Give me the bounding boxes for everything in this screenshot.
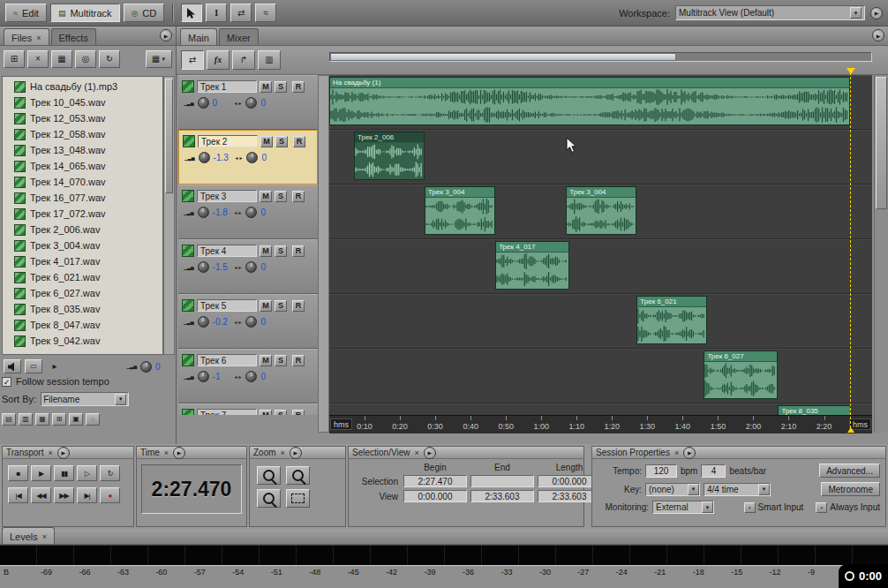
solo-button[interactable]: S (275, 300, 287, 312)
audio-clip[interactable]: Трек 2_006 (354, 132, 425, 180)
main-panel-menu-button[interactable]: ▶ (872, 29, 884, 41)
preview-volume-knob[interactable] (140, 361, 152, 373)
time-selection-tool-button[interactable]: I (206, 4, 227, 22)
zoom-in-horizontal-button[interactable] (257, 466, 281, 485)
smart-input-toggle[interactable]: ▪ (744, 502, 756, 513)
volume-knob[interactable] (199, 152, 210, 163)
show-markers-button[interactable]: ▦ (35, 413, 49, 426)
time-menu-button[interactable]: ▶ (173, 447, 185, 459)
track-name-field[interactable]: Трек 6 (197, 354, 257, 366)
file-list-item[interactable]: Трек 10_045.wav (3, 94, 162, 110)
pan-knob[interactable] (245, 371, 257, 382)
file-list-item[interactable]: Трек 17_072.wav (3, 206, 162, 222)
file-list-item[interactable]: На свадьбу (1).mp3 (3, 79, 162, 94)
close-icon[interactable]: × (164, 449, 169, 457)
mute-button[interactable]: M (260, 355, 272, 366)
metronome-button[interactable]: Metronome (821, 482, 880, 496)
file-list-item[interactable]: Трек 12_053.wav (3, 110, 162, 126)
sort-by-select[interactable]: Filename ▼ (41, 392, 129, 406)
key-select[interactable]: (none) ▼ (645, 483, 700, 496)
pan-knob[interactable] (245, 207, 257, 218)
zoom-to-selection-button[interactable] (286, 489, 310, 508)
close-file-button[interactable]: × (27, 50, 49, 68)
track-name-field[interactable]: Трек 1 (197, 80, 257, 93)
close-icon[interactable]: × (414, 449, 418, 457)
timeline-zoom-scrollbar[interactable] (329, 52, 872, 62)
audio-clip[interactable]: Трек 3_004 (425, 186, 495, 235)
cd-view-button[interactable]: ◎ CD (124, 4, 165, 22)
play-looped-button[interactable]: ↻ (100, 465, 120, 481)
fast-forward-button[interactable]: ▶▶ (54, 487, 74, 503)
refresh-list-button[interactable]: ◌ (86, 413, 100, 426)
file-list-item[interactable]: Трек 12_058.wav (3, 126, 162, 142)
pan-knob[interactable] (246, 152, 258, 163)
zoom-out-horizontal-button[interactable] (286, 466, 310, 485)
solo-button[interactable]: S (275, 410, 287, 416)
group-files-button[interactable]: ▣ (69, 413, 83, 426)
chevron-down-icon[interactable]: ▼ (850, 7, 862, 19)
mute-button[interactable]: M (260, 245, 272, 257)
solo-button[interactable]: S (275, 355, 287, 366)
file-list-item[interactable]: Трек 6_021.wav (3, 269, 162, 285)
multitrack-view-button[interactable]: ▤ Multitrack (50, 4, 120, 22)
solo-button[interactable]: S (275, 81, 287, 93)
files-panel-menu-button[interactable]: ▶ (160, 29, 172, 41)
file-list-item[interactable]: Трек 6_027.wav (3, 285, 162, 301)
mute-button[interactable]: M (260, 410, 272, 416)
import-file-button[interactable]: ⊞ (4, 50, 25, 68)
track-name-field[interactable]: Трек 3 (197, 190, 257, 202)
follow-tempo-checkbox[interactable]: ✓ (2, 377, 11, 387)
hybrid-tool-button[interactable] (181, 4, 202, 22)
volume-knob[interactable] (198, 261, 209, 273)
monitoring-select[interactable]: External ▼ (652, 501, 714, 514)
record-arm-button[interactable]: R (292, 191, 305, 202)
close-icon[interactable]: × (281, 449, 285, 457)
ruler[interactable]: hms hms 0:100:200:300:400:501:001:101:20… (329, 415, 872, 433)
time-signature-select[interactable]: 4/4 time ▼ (704, 483, 771, 496)
session-properties-menu-button[interactable]: ▶ (683, 447, 696, 459)
chevron-down-icon[interactable]: ▼ (115, 394, 126, 405)
solo-button[interactable]: S (275, 191, 287, 202)
audio-clip[interactable]: Трек 8_035 (778, 405, 850, 415)
timeline-vertical-scrollbar[interactable] (874, 75, 888, 433)
volume-knob[interactable] (198, 316, 209, 328)
volume-knob[interactable] (198, 97, 209, 109)
track-name-field[interactable]: Трек 7 (197, 409, 257, 415)
play-button[interactable]: ▶ (31, 465, 51, 481)
file-list-item[interactable]: Трек 9_042.wav (3, 333, 162, 349)
audio-clip[interactable]: Трек 6_021 (636, 296, 707, 344)
track-header-scroll-strip[interactable] (318, 75, 329, 433)
insert-into-multitrack-button[interactable]: ▦ (51, 50, 72, 68)
zoom-menu-button[interactable]: ▶ (290, 447, 302, 459)
workspace-select[interactable]: Multitrack View (Default) ▼ (675, 5, 865, 20)
preview-volume-button[interactable] (4, 359, 21, 373)
file-list-item[interactable]: Трек 8_035.wav (3, 301, 162, 317)
record-button[interactable]: ● (100, 487, 120, 503)
selection-view-menu-button[interactable]: ▶ (424, 447, 436, 459)
file-list-item[interactable]: Трек 13_048.wav (3, 142, 162, 158)
file-list-item[interactable]: Трек 8_047.wav (3, 317, 162, 333)
routing-button[interactable]: ↱ (232, 50, 255, 70)
volume-knob[interactable] (198, 207, 209, 218)
beats-per-bar-field[interactable]: 4 (701, 464, 726, 478)
pan-knob[interactable] (245, 316, 257, 328)
chevron-down-icon[interactable]: ▼ (702, 501, 713, 513)
file-list-item[interactable]: Трек 14_070.wav (3, 174, 162, 190)
advanced-button[interactable]: Advanced... (819, 464, 880, 478)
stop-button[interactable]: ■ (8, 465, 28, 481)
close-icon[interactable]: × (674, 449, 679, 457)
tab-main[interactable]: Main (180, 28, 217, 45)
move-copy-clip-tool-button[interactable]: ⇄ (230, 4, 252, 22)
record-arm-button[interactable]: R (292, 355, 305, 366)
tab-files[interactable]: Files × (4, 28, 49, 45)
level-meter[interactable] (0, 545, 888, 566)
solo-button[interactable]: S (275, 136, 288, 147)
volume-knob[interactable] (198, 371, 209, 382)
tab-effects[interactable]: Effects (51, 28, 96, 45)
preview-play-button[interactable]: ▸ (46, 359, 64, 373)
transport-menu-button[interactable]: ▶ (57, 447, 70, 459)
mute-button[interactable]: M (260, 191, 272, 202)
edit-view-button[interactable]: ≈ Edit (5, 4, 47, 22)
selection-end-field[interactable] (470, 475, 534, 487)
move-copy-clip-tool-button[interactable]: ⇄ (181, 50, 204, 70)
